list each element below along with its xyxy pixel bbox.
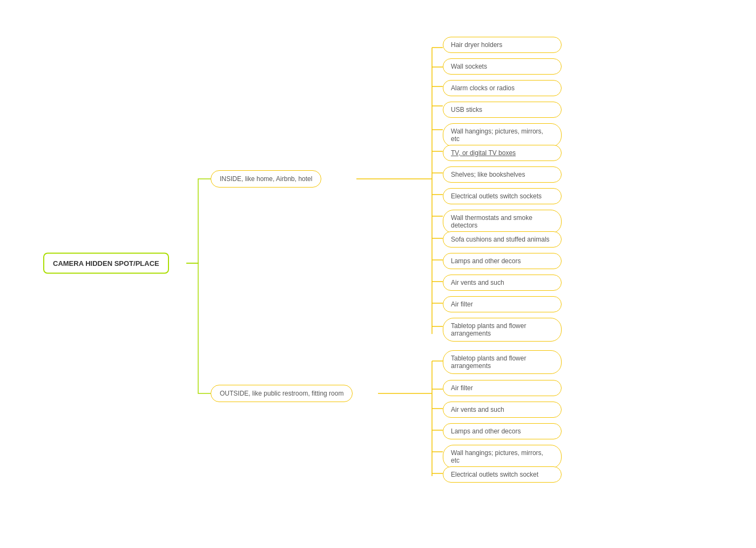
leaf-inside-6: TV, or digital TV boxes	[443, 145, 562, 161]
branch-inside: INSIDE, like home, Airbnb, hotel	[211, 170, 321, 188]
leaf-inside-4: USB sticks	[443, 102, 562, 118]
leaf-outside-5: Wall hangings; pictures, mirrors, etc	[443, 445, 562, 469]
leaf-outside-4: Lamps and other decors	[443, 423, 562, 439]
branch-outside: OUTSIDE, like public restroom, fitting r…	[211, 385, 353, 402]
leaf-inside-8: Electrical outlets switch sockets	[443, 188, 562, 204]
leaf-inside-3: Alarm clocks or radios	[443, 80, 562, 96]
leaf-inside-12: Air vents and such	[443, 275, 562, 291]
leaf-outside-2: Air filter	[443, 380, 562, 396]
leaf-inside-9: Wall thermostats and smoke detectors	[443, 210, 562, 233]
branch-inside-label: INSIDE, like home, Airbnb, hotel	[220, 175, 312, 183]
root-node: CAMERA HIDDEN SPOT/PLACE	[43, 253, 169, 274]
leaf-inside-5: Wall hangings; pictures, mirrors, etc	[443, 123, 562, 147]
branch-outside-label: OUTSIDE, like public restroom, fitting r…	[220, 390, 343, 397]
root-label: CAMERA HIDDEN SPOT/PLACE	[53, 259, 159, 268]
leaf-inside-7: Shelves; like bookshelves	[443, 166, 562, 183]
leaf-outside-1: Tabletop plants and flower arrangements	[443, 350, 562, 374]
leaf-outside-3: Air vents and such	[443, 402, 562, 418]
leaf-inside-14: Tabletop plants and flower arrangements	[443, 318, 562, 342]
leaf-inside-11: Lamps and other decors	[443, 253, 562, 269]
leaf-inside-2: Wall sockets	[443, 58, 562, 75]
connectors-svg	[0, 0, 756, 548]
leaf-inside-1: Hair dryer holders	[443, 37, 562, 53]
leaf-outside-6: Electrical outlets switch socket	[443, 466, 562, 483]
leaf-inside-13: Air filter	[443, 296, 562, 312]
mindmap-container: CAMERA HIDDEN SPOT/PLACE INSIDE, like ho…	[0, 0, 756, 548]
leaf-inside-10: Sofa cushions and stuffed animals	[443, 231, 562, 248]
